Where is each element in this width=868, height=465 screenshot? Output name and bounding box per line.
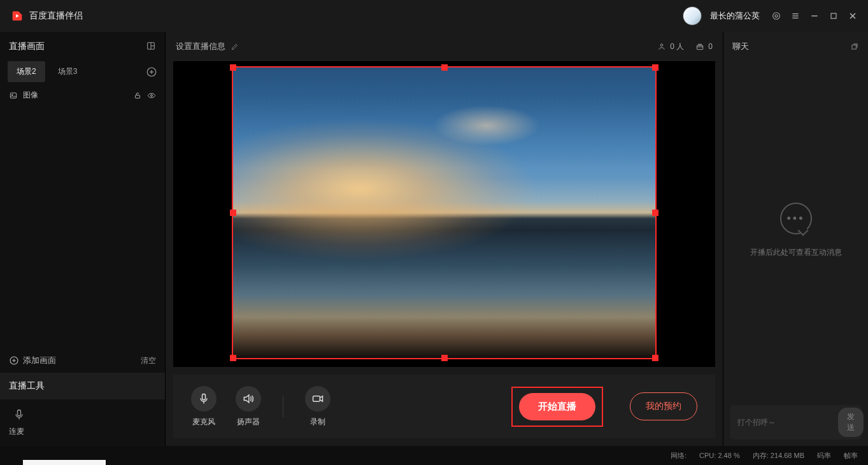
start-livestream-button[interactable]: 开始直播 — [519, 393, 595, 420]
username-label[interactable]: 最长的蒲公英 — [710, 10, 760, 22]
resize-handle-bottom-right[interactable] — [652, 355, 658, 361]
app-logo-icon — [10, 9, 24, 23]
scene-tabs: 场景2 场景3 — [0, 61, 165, 86]
svg-point-24 — [661, 44, 664, 46]
center-header: 设置直播信息 0 人 0 — [166, 32, 723, 61]
titlebar-right: 最长的蒲公英 — [683, 7, 858, 25]
svg-rect-22 — [18, 410, 21, 416]
svg-rect-29 — [313, 396, 320, 401]
popout-icon[interactable] — [850, 42, 859, 51]
svg-rect-6 — [831, 13, 836, 18]
menu-icon[interactable] — [790, 11, 800, 21]
control-microphone[interactable]: 麦克风 — [191, 386, 217, 427]
resize-handle-left[interactable] — [230, 210, 236, 216]
title-bar: 百度直播伴侣 最长的蒲公英 — [0, 0, 868, 32]
preview-image — [233, 68, 655, 358]
titlebar-left: 百度直播伴侣 — [10, 9, 83, 23]
chat-panel: 聊天 ••• 开播后此处可查看互动消息 发送 — [723, 32, 868, 446]
sidebar-section-live-canvas: 直播画面 — [0, 32, 165, 61]
maximize-button[interactable] — [829, 11, 839, 21]
close-button[interactable] — [848, 11, 858, 21]
gift-count: 0 — [695, 42, 713, 51]
selection-frame[interactable] — [232, 66, 657, 359]
resize-handle-right[interactable] — [652, 210, 658, 216]
viewer-count: 0 人 — [657, 41, 684, 52]
chat-title: 聊天 — [732, 41, 749, 52]
add-scene-button[interactable] — [146, 66, 157, 78]
svg-rect-27 — [203, 394, 206, 399]
viewer-count-value: 0 人 — [670, 41, 684, 52]
control-label: 麦克风 — [192, 417, 215, 427]
add-source-row: 添加画面 清空 — [0, 348, 165, 373]
add-source-label: 添加画面 — [23, 355, 56, 366]
svg-rect-17 — [136, 95, 140, 98]
image-icon — [9, 91, 18, 100]
record-icon — [305, 386, 331, 411]
svg-point-1 — [775, 15, 778, 17]
chat-bubble-icon: ••• — [780, 203, 812, 234]
status-cpu: CPU: 2.48 % — [699, 452, 740, 459]
start-livestream-highlight: 开始直播 — [511, 387, 603, 427]
microphone-icon — [13, 408, 25, 421]
chat-header: 聊天 — [723, 32, 868, 61]
chat-empty-state: ••• 开播后此处可查看互动消息 — [723, 61, 868, 399]
edit-icon[interactable] — [231, 42, 239, 51]
minimize-button[interactable] — [809, 11, 820, 21]
center-panel: 设置直播信息 0 人 0 — [166, 32, 723, 446]
control-bar: 麦克风 扬声器 录制 开始直播 我的预约 — [173, 375, 715, 438]
svg-point-18 — [151, 94, 153, 96]
resize-handle-bottom[interactable] — [441, 355, 448, 361]
control-label: 录制 — [310, 417, 325, 427]
control-record[interactable]: 录制 — [305, 386, 331, 427]
clear-sources-button[interactable]: 清空 — [141, 355, 156, 366]
status-bar: 网络: CPU: 2.48 % 内存: 214.68 MB 码率 帧率 — [0, 446, 868, 465]
resize-handle-top-left[interactable] — [230, 64, 236, 71]
source-label: 图像 — [23, 90, 38, 101]
sidebar: 直播画面 场景2 场景3 图像 — [0, 32, 166, 446]
scene-tab-3[interactable]: 场景3 — [49, 61, 87, 82]
stream-info-label[interactable]: 设置直播信息 — [176, 41, 225, 52]
status-bitrate-label: 码率 — [817, 451, 831, 461]
microphone-icon — [191, 386, 217, 411]
app-title: 百度直播伴侣 — [29, 10, 83, 22]
user-avatar[interactable] — [683, 7, 701, 25]
preview-canvas[interactable] — [173, 61, 715, 367]
scene-tab-2[interactable]: 场景2 — [8, 61, 45, 82]
status-fps-label: 帧率 — [844, 451, 858, 461]
main-row: 直播画面 场景2 场景3 图像 — [0, 32, 868, 446]
layout-grid-icon[interactable] — [146, 41, 156, 53]
visibility-icon[interactable] — [147, 91, 156, 100]
control-speaker[interactable]: 扬声器 — [236, 386, 261, 427]
resize-handle-top-right[interactable] — [652, 64, 658, 71]
source-item-image[interactable]: 图像 — [0, 86, 165, 104]
status-memory: 内存: 214.68 MB — [753, 451, 804, 461]
svg-rect-15 — [10, 92, 16, 97]
gift-count-value: 0 — [708, 42, 713, 51]
chat-input-row: 发送 — [730, 405, 862, 440]
camera-settings-icon[interactable] — [771, 11, 781, 21]
resize-handle-bottom-left[interactable] — [230, 355, 236, 361]
resize-handle-top[interactable] — [441, 64, 448, 71]
chat-send-button[interactable]: 发送 — [838, 408, 864, 437]
chat-empty-text: 开播后此处可查看互动消息 — [750, 247, 842, 258]
control-label: 扬声器 — [237, 417, 260, 427]
tool-link-mic[interactable]: 连麦 — [0, 399, 165, 446]
svg-rect-25 — [697, 45, 703, 49]
speaker-icon — [236, 386, 261, 411]
section-title: 直播画面 — [9, 41, 45, 52]
sidebar-section-tools: 直播工具 — [0, 373, 165, 399]
lock-icon[interactable] — [133, 91, 142, 100]
add-source-button[interactable]: 添加画面 — [9, 355, 56, 366]
svg-point-0 — [773, 13, 780, 20]
my-reservation-button[interactable]: 我的预约 — [630, 392, 697, 420]
status-network-label: 网络: — [671, 451, 687, 461]
divider — [283, 396, 283, 417]
svg-rect-30 — [852, 45, 856, 49]
taskbar-fragment — [23, 460, 106, 465]
tool-label: 连麦 — [9, 426, 24, 437]
chat-input[interactable] — [737, 418, 833, 427]
